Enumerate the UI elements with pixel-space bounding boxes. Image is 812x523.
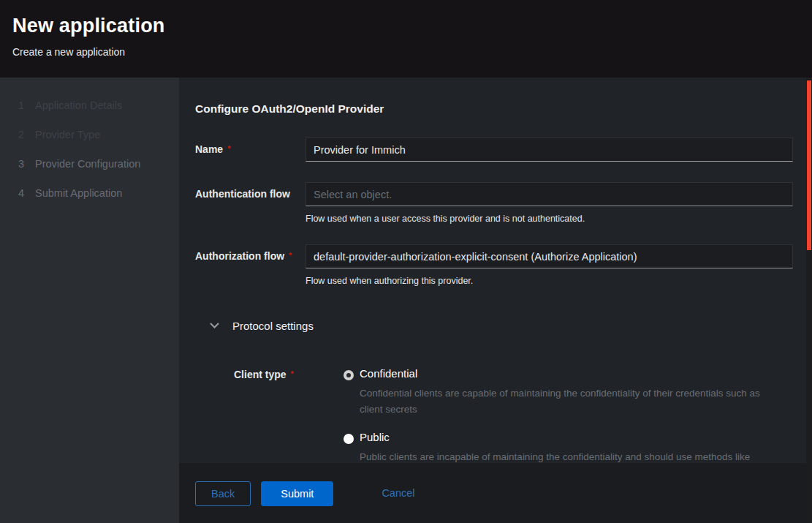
step-number: 2 bbox=[18, 129, 35, 140]
scrollbar-track[interactable] bbox=[806, 78, 812, 523]
radio-confidential-description: Confidential clients are capable of main… bbox=[360, 385, 782, 418]
authentication-flow-input[interactable] bbox=[306, 182, 793, 206]
step-label: Provider Configuration bbox=[35, 158, 140, 170]
authentication-flow-help: Flow used when a user access this provid… bbox=[306, 214, 793, 224]
wizard-steps-sidebar: 1 Application Details 2 Provider Type 3 … bbox=[0, 78, 179, 523]
wizard-step-provider-type[interactable]: 2 Provider Type bbox=[0, 129, 179, 140]
authorization-flow-field-row: Authorization flow* Flow used when autho… bbox=[195, 244, 793, 286]
step-number: 3 bbox=[18, 158, 35, 170]
client-type-radio-group: Confidential Confidential clients are ca… bbox=[344, 367, 793, 463]
wizard-footer: Back Submit Cancel bbox=[179, 463, 812, 523]
client-type-field-row: Client type* Confidential Confidential c… bbox=[234, 367, 793, 463]
required-asterisk: * bbox=[291, 369, 294, 378]
wizard-layout: 1 Application Details 2 Provider Type 3 … bbox=[0, 78, 812, 523]
chevron-down-icon[interactable] bbox=[210, 323, 219, 329]
step-label: Submit Application bbox=[35, 187, 122, 199]
name-field-row: Name* bbox=[195, 138, 793, 162]
name-label: Name* bbox=[195, 138, 306, 162]
authentication-flow-field-row: Authentication flow Flow used when a use… bbox=[195, 182, 793, 224]
submit-button[interactable]: Submit bbox=[261, 481, 333, 506]
wizard-step-submit-application[interactable]: 4 Submit Application bbox=[0, 187, 179, 198]
required-asterisk: * bbox=[289, 251, 292, 260]
radio-public[interactable] bbox=[344, 434, 354, 444]
name-input[interactable] bbox=[306, 138, 793, 162]
client-type-option-confidential: Confidential Confidential clients are ca… bbox=[344, 367, 793, 422]
authorization-flow-input[interactable] bbox=[306, 244, 793, 268]
page-title: New application bbox=[12, 15, 794, 37]
back-button[interactable]: Back bbox=[195, 481, 251, 506]
step-label: Provider Type bbox=[35, 129, 100, 140]
client-type-option-public: Public Public clients are incapable of m… bbox=[344, 431, 793, 463]
protocol-settings-title: Protocol settings bbox=[232, 320, 314, 332]
page-header: New application Create a new application bbox=[0, 0, 812, 78]
radio-confidential[interactable] bbox=[344, 370, 354, 380]
radio-public-description: Public clients are incapable of maintain… bbox=[360, 449, 782, 463]
wizard-step-provider-configuration[interactable]: 3 Provider Configuration bbox=[0, 158, 179, 169]
radio-confidential-title: Confidential bbox=[360, 367, 782, 380]
page-subtitle: Create a new application bbox=[12, 46, 794, 58]
authorization-flow-help: Flow used when authorizing this provider… bbox=[306, 276, 793, 286]
provider-form: Configure OAuth2/OpenId Provider Name* A… bbox=[179, 78, 812, 463]
radio-public-title: Public bbox=[360, 431, 782, 443]
cancel-button[interactable]: Cancel bbox=[382, 481, 414, 505]
authentication-flow-label: Authentication flow bbox=[195, 182, 306, 224]
authorization-flow-label: Authorization flow* bbox=[195, 244, 306, 286]
step-label: Application Details bbox=[35, 99, 122, 111]
form-heading: Configure OAuth2/OpenId Provider bbox=[195, 102, 793, 116]
protocol-settings-section: Client type* Confidential Confidential c… bbox=[195, 367, 793, 463]
required-asterisk: * bbox=[227, 144, 230, 153]
wizard-step-application-details[interactable]: 1 Application Details bbox=[0, 99, 179, 110]
step-number: 4 bbox=[18, 187, 35, 199]
client-type-label: Client type* bbox=[234, 367, 344, 463]
wizard-main-pane: Configure OAuth2/OpenId Provider Name* A… bbox=[179, 78, 812, 523]
scrollbar-thumb[interactable] bbox=[807, 80, 811, 250]
step-number: 1 bbox=[18, 99, 35, 111]
protocol-settings-toggle[interactable]: Protocol settings bbox=[210, 320, 793, 332]
